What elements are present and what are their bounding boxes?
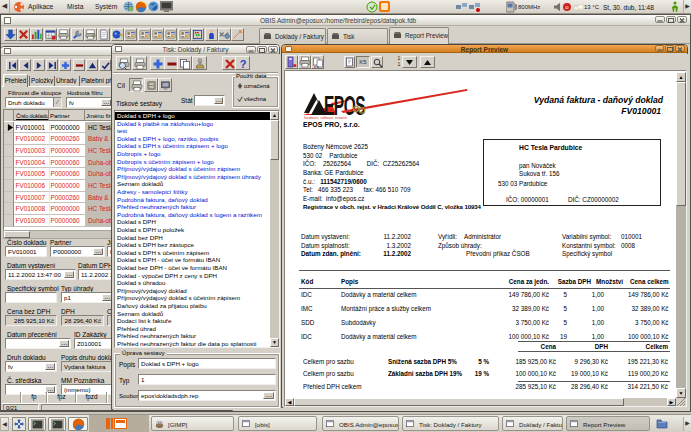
svg-text:?: ? <box>240 58 247 70</box>
